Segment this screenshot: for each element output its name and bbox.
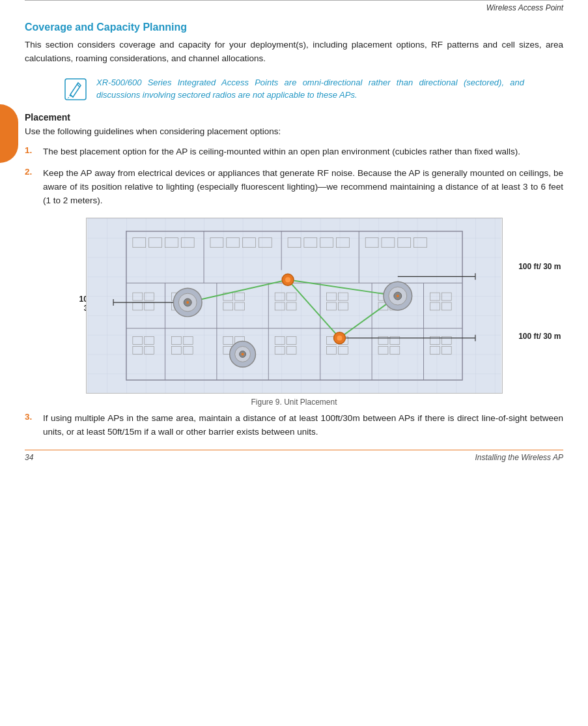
header-title: Wireless Access Point [0,1,588,14]
list-num-3: 3. [25,412,36,422]
svg-rect-4 [87,218,501,393]
list-num-1: 1. [25,145,36,155]
footer-page-num: 34 [25,453,33,462]
svg-point-110 [396,295,399,298]
svg-point-114 [241,353,244,356]
ann-bottom-right-label: 100 ft/ 30 m [518,332,561,341]
figure-container: 100 ft/30 m 100 ft/ 30 m 100 ft/ 30 m [25,218,563,407]
svg-line-1 [77,84,79,87]
footer-right-text: Installing the Wireless AP [475,453,563,462]
list-num-2: 2. [25,167,36,177]
list-item-3: 3. If using multiple APs in the same are… [25,412,563,439]
intro-text: This section considers coverage and capa… [25,38,563,66]
svg-point-102 [186,302,189,304]
svg-point-106 [337,336,342,341]
svg-line-2 [68,97,69,98]
list-text-2: Keep the AP away from electrical devices… [43,167,563,208]
note-text: XR-500/600 Series Integrated Access Poin… [96,76,524,102]
list-text-1: The best placement option for the AP is … [43,145,520,159]
list-item: 1. The best placement option for the AP … [25,145,563,159]
placement-intro: Use the following guidelines when consid… [25,125,563,139]
ann-top-right-label: 100 ft/ 30 m [518,262,561,271]
svg-point-104 [285,278,290,283]
main-content: Coverage and Capacity Planning This sect… [0,14,588,439]
figure-wrap: 100 ft/30 m 100 ft/ 30 m 100 ft/ 30 m [86,218,503,407]
footer: 34 Installing the Wireless AP [0,450,588,467]
list-item: 2. Keep the AP away from electrical devi… [25,167,563,208]
left-decoration [0,104,18,163]
figure-image [86,218,503,394]
section-title: Coverage and Capacity Planning [25,22,563,33]
note-box: XR-500/600 Series Integrated Access Poin… [64,76,524,102]
placement-list: 1. The best placement option for the AP … [25,145,563,208]
figure-caption: Figure 9. Unit Placement [86,398,503,407]
placement-list-3: 3. If using multiple APs in the same are… [25,412,563,439]
list-text-3: If using multiple APs in the same area, … [43,412,563,439]
svg-rect-0 [65,79,86,100]
placement-heading: Placement [25,112,563,123]
note-icon [64,78,87,101]
floor-plan-svg [87,218,502,393]
